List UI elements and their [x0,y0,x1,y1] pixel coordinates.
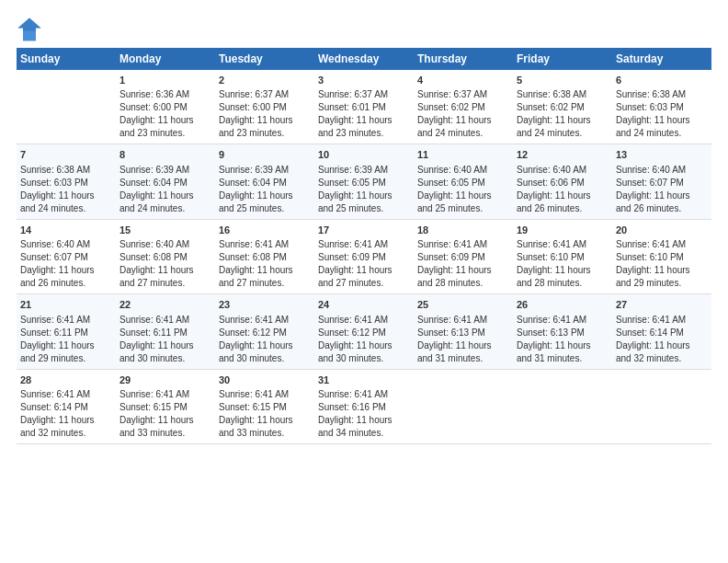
calendar-cell: 5Sunrise: 6:38 AMSunset: 6:02 PMDaylight… [513,70,612,144]
sunrise-info: Sunrise: 6:38 AM [616,88,708,101]
day-number: 29 [119,373,211,387]
col-header-thursday: Thursday [414,48,513,70]
daylight-info-cont: and 30 minutes. [219,352,311,365]
calendar-cell: 24Sunrise: 6:41 AMSunset: 6:12 PMDayligh… [314,294,414,369]
daylight-info-cont: and 23 minutes. [119,127,211,140]
sunrise-info: Sunrise: 6:41 AM [318,314,410,327]
calendar-cell: 12Sunrise: 6:40 AMSunset: 6:06 PMDayligh… [513,144,612,219]
daylight-info-cont: and 23 minutes. [318,127,410,140]
day-number: 8 [119,148,211,162]
sunrise-info: Sunrise: 6:38 AM [517,88,609,101]
daylight-info: Daylight: 11 hours [318,339,410,352]
sunrise-info: Sunrise: 6:41 AM [219,238,311,251]
calendar-cell: 15Sunrise: 6:40 AMSunset: 6:08 PMDayligh… [116,219,215,293]
day-number: 17 [318,224,410,237]
sunset-info: Sunset: 6:11 PM [20,327,112,339]
daylight-info: Daylight: 11 hours [517,264,609,277]
daylight-info-cont: and 25 minutes. [219,202,311,215]
sunrise-info: Sunrise: 6:41 AM [219,388,311,401]
calendar-cell: 16Sunrise: 6:41 AMSunset: 6:08 PMDayligh… [215,219,314,293]
daylight-info-cont: and 29 minutes. [20,352,112,365]
sunrise-info: Sunrise: 6:41 AM [318,388,410,401]
sunset-info: Sunset: 6:02 PM [417,101,509,114]
sunset-info: Sunset: 6:16 PM [318,401,410,414]
header [17,17,711,42]
daylight-info-cont: and 24 minutes. [616,127,708,140]
daylight-info-cont: and 31 minutes. [417,352,509,365]
day-number: 30 [219,373,311,387]
daylight-info: Daylight: 11 hours [20,414,112,427]
col-header-friday: Friday [513,48,612,70]
calendar-cell: 21Sunrise: 6:41 AMSunset: 6:11 PMDayligh… [17,294,116,369]
sunrise-info: Sunrise: 6:37 AM [417,88,509,101]
calendar-cell: 25Sunrise: 6:41 AMSunset: 6:13 PMDayligh… [414,294,513,369]
daylight-info: Daylight: 11 hours [219,114,311,127]
day-number: 28 [20,373,112,387]
day-number: 1 [119,74,211,87]
daylight-info-cont: and 31 minutes. [517,352,609,365]
daylight-info-cont: and 25 minutes. [417,202,509,215]
daylight-info: Daylight: 11 hours [616,114,708,127]
daylight-info-cont: and 28 minutes. [517,277,609,290]
calendar-cell: 11Sunrise: 6:40 AMSunset: 6:05 PMDayligh… [414,144,513,219]
day-number: 18 [417,224,509,237]
sunrise-info: Sunrise: 6:41 AM [119,314,211,327]
daylight-info: Daylight: 11 hours [219,339,311,352]
calendar-cell: 14Sunrise: 6:40 AMSunset: 6:07 PMDayligh… [17,219,116,293]
col-header-saturday: Saturday [612,48,711,70]
day-number: 5 [517,74,609,87]
calendar-cell: 4Sunrise: 6:37 AMSunset: 6:02 PMDaylight… [414,70,513,144]
calendar-cell [414,369,513,443]
daylight-info: Daylight: 11 hours [219,264,311,277]
sunset-info: Sunset: 6:13 PM [517,327,609,339]
day-number: 25 [417,298,509,312]
daylight-info: Daylight: 11 hours [20,339,112,352]
sunset-info: Sunset: 6:07 PM [616,177,708,190]
col-header-wednesday: Wednesday [314,48,414,70]
sunrise-info: Sunrise: 6:41 AM [616,314,708,327]
daylight-info-cont: and 27 minutes. [318,277,410,290]
daylight-info-cont: and 23 minutes. [219,127,311,140]
day-number: 3 [318,74,410,87]
sunrise-info: Sunrise: 6:40 AM [119,238,211,251]
sunset-info: Sunset: 6:08 PM [219,251,311,264]
week-row-4: 28Sunrise: 6:41 AMSunset: 6:14 PMDayligh… [17,369,711,443]
sunrise-info: Sunrise: 6:41 AM [318,238,410,251]
daylight-info: Daylight: 11 hours [318,114,410,127]
sunset-info: Sunset: 6:06 PM [517,177,609,190]
sunset-info: Sunset: 6:05 PM [318,177,410,190]
calendar-cell: 26Sunrise: 6:41 AMSunset: 6:13 PMDayligh… [513,294,612,369]
calendar-cell: 23Sunrise: 6:41 AMSunset: 6:12 PMDayligh… [215,294,314,369]
calendar-cell: 6Sunrise: 6:38 AMSunset: 6:03 PMDaylight… [612,70,711,144]
daylight-info-cont: and 24 minutes. [119,202,211,215]
sunset-info: Sunset: 6:14 PM [20,401,112,414]
sunset-info: Sunset: 6:10 PM [517,251,609,264]
daylight-info: Daylight: 11 hours [517,114,609,127]
daylight-info: Daylight: 11 hours [318,264,410,277]
calendar-cell: 18Sunrise: 6:41 AMSunset: 6:09 PMDayligh… [414,219,513,293]
sunrise-info: Sunrise: 6:40 AM [20,238,112,251]
sunset-info: Sunset: 6:07 PM [20,251,112,264]
calendar-cell: 10Sunrise: 6:39 AMSunset: 6:05 PMDayligh… [314,144,414,219]
daylight-info-cont: and 24 minutes. [417,127,509,140]
daylight-info: Daylight: 11 hours [417,190,509,202]
day-number: 16 [219,224,311,237]
sunrise-info: Sunrise: 6:40 AM [417,164,509,177]
day-number: 15 [119,224,211,237]
daylight-info-cont: and 30 minutes. [119,352,211,365]
sunrise-info: Sunrise: 6:38 AM [20,164,112,177]
week-row-0: 1Sunrise: 6:36 AMSunset: 6:00 PMDaylight… [17,70,711,144]
daylight-info: Daylight: 11 hours [616,339,708,352]
daylight-info: Daylight: 11 hours [219,414,311,427]
sunset-info: Sunset: 6:09 PM [417,251,509,264]
sunrise-info: Sunrise: 6:40 AM [616,164,708,177]
daylight-info: Daylight: 11 hours [417,114,509,127]
calendar-cell: 8Sunrise: 6:39 AMSunset: 6:04 PMDaylight… [116,144,215,219]
sunset-info: Sunset: 6:15 PM [119,401,211,414]
day-number: 22 [119,298,211,312]
calendar-cell: 27Sunrise: 6:41 AMSunset: 6:14 PMDayligh… [612,294,711,369]
day-number: 11 [417,148,509,162]
sunrise-info: Sunrise: 6:40 AM [517,164,609,177]
daylight-info: Daylight: 11 hours [517,190,609,202]
day-number: 21 [20,298,112,312]
